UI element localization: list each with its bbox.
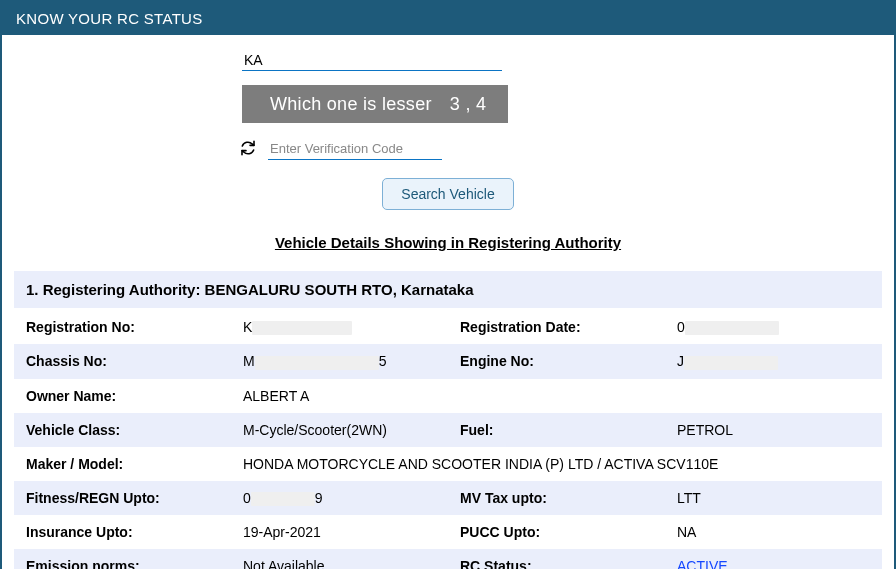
table-row: Vehicle Class:M-Cycle/Scooter(2WN)Fuel:P… [14,413,882,447]
field-label: PUCC Upto: [448,515,665,549]
field-label: Registration No: [14,310,231,344]
search-vehicle-button[interactable]: Search Vehicle [382,178,513,210]
field-label: Vehicle Class: [14,413,231,447]
verification-code-input[interactable] [268,139,442,160]
field-label: Insurance Upto: [14,515,231,549]
field-label: Chassis No: [14,344,231,378]
field-value: PETROL [665,413,882,447]
captcha-question: Which one is lesser [270,94,432,115]
field-value: NA [665,515,882,549]
field-value: J. [665,344,882,378]
section-title: Vehicle Details Showing in Registering A… [20,234,876,251]
verify-row [238,139,658,160]
table-row: Chassis No:M.5Engine No:J. [14,344,882,378]
registration-input[interactable] [242,47,502,71]
table-row: Owner Name:ALBERT A [14,379,882,413]
rc-status-panel: KNOW YOUR RC STATUS Which one is lesser … [0,0,896,569]
field-value: 0.9 [231,481,448,515]
field-value: M-Cycle/Scooter(2WN) [231,413,448,447]
field-label: Fuel: [448,413,665,447]
field-label: Maker / Model: [14,447,231,481]
field-value: ACTIVE [665,549,882,569]
field-value: 0. [665,310,882,344]
field-label: Engine No: [448,344,665,378]
panel-title: KNOW YOUR RC STATUS [2,2,894,35]
field-value: LTT [665,481,882,515]
field-label: RC Status: [448,549,665,569]
registering-authority: 1. Registering Authority: BENGALURU SOUT… [14,271,882,308]
search-area: Which one is lesser 3 , 4 Search Vehicle [238,47,658,210]
field-value: HONDA MOTORCYCLE AND SCOOTER INDIA (P) L… [231,447,882,481]
panel-body: Which one is lesser 3 , 4 Search Vehicle… [2,35,894,569]
field-value: Not Available [231,549,448,569]
field-value: 19-Apr-2021 [231,515,448,549]
table-row: Fitness/REGN Upto:0.9MV Tax upto:LTT [14,481,882,515]
field-label: MV Tax upto: [448,481,665,515]
field-label: Fitness/REGN Upto: [14,481,231,515]
table-row: Maker / Model:HONDA MOTORCYCLE AND SCOOT… [14,447,882,481]
field-value [665,379,882,413]
table-row: Emission norms:Not AvailableRC Status:AC… [14,549,882,569]
field-value: M.5 [231,344,448,378]
field-label [448,379,665,413]
field-label: Emission norms: [14,549,231,569]
field-value: K. [231,310,448,344]
vehicle-details-table: Registration No:K.Registration Date:0.Ch… [14,310,882,569]
field-value: ALBERT A [231,379,448,413]
refresh-icon[interactable] [240,140,256,159]
captcha-numbers: 3 , 4 [450,94,487,115]
table-row: Registration No:K.Registration Date:0. [14,310,882,344]
captcha-challenge: Which one is lesser 3 , 4 [242,85,508,123]
field-label: Owner Name: [14,379,231,413]
field-label: Registration Date: [448,310,665,344]
table-row: Insurance Upto:19-Apr-2021PUCC Upto:NA [14,515,882,549]
